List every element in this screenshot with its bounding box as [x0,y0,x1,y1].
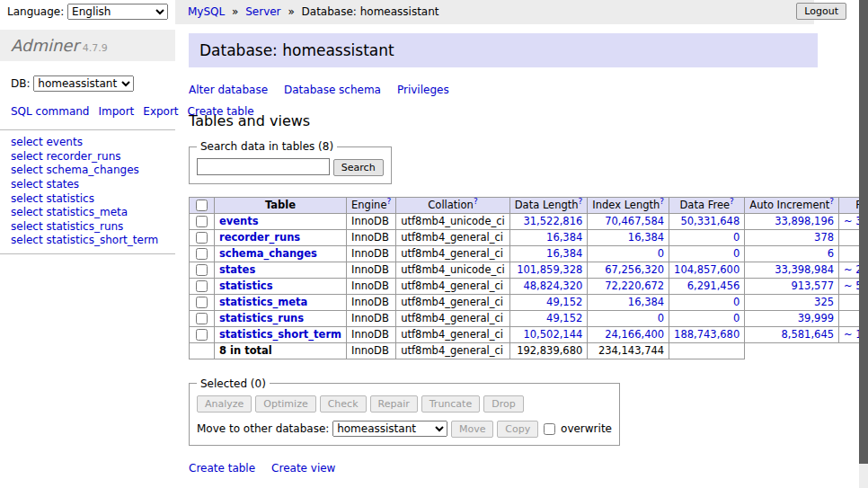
data-free-link[interactable]: 0 [733,247,740,260]
table-name-link[interactable]: recorder_runs [219,231,300,244]
data-length-link[interactable]: 48,824,320 [523,279,582,292]
table-name-link[interactable]: events [219,215,259,227]
data-free-link[interactable]: 50,331,648 [680,215,740,227]
table-name-link[interactable]: statistics_short_term [219,328,341,341]
create-links: Create tableCreate view [189,462,818,475]
language-select[interactable]: English [67,4,168,20]
breadcrumb-server-link[interactable]: Server [245,5,280,18]
data-length-link[interactable]: 10,502,144 [523,328,582,341]
data-free-link[interactable]: 188,743,680 [674,328,740,341]
drop-button[interactable]: Drop [483,395,523,413]
scrollbar-thumb[interactable] [859,0,868,464]
db-action-link[interactable]: Database schema [284,84,381,96]
table-name-link[interactable]: statistics_meta [219,296,307,308]
sidebar-table-link[interactable]: select events [0,136,175,150]
data-free-link[interactable]: 0 [733,231,740,244]
data-free-link[interactable]: 0 [733,296,740,308]
table-name-link[interactable]: statistics_runs [219,312,304,324]
index-length-link[interactable]: 72,220,672 [605,279,664,292]
auto-increment-link[interactable]: 325 [814,296,834,308]
sidebar-table-link[interactable]: select statistics_runs [0,220,175,235]
auto-increment-link[interactable]: 33,398,984 [775,263,834,276]
row-checkbox[interactable] [196,329,208,341]
sidebar-table-link[interactable]: select recorder_runs [0,150,175,164]
row-checkbox[interactable] [196,232,208,244]
data-length-link[interactable]: 31,522,816 [523,215,582,227]
repair-button[interactable]: Repair [370,395,418,413]
sidebar-tables: select eventsselect recorder_runsselect … [0,129,175,254]
data-length-link[interactable]: 49,152 [546,312,582,324]
app-version: 4.7.9 [83,42,108,54]
auto-increment-link[interactable]: 6 [828,247,834,260]
help-link[interactable]: ? [730,197,734,206]
table-name-link[interactable]: statistics [219,279,273,292]
data-free-link[interactable]: 104,857,600 [674,263,740,276]
column-header: Index Length? [588,197,669,213]
row-checkbox[interactable] [196,313,208,324]
help-link[interactable]: ? [829,197,834,206]
create-link[interactable]: Create view [271,462,335,475]
db-action-link[interactable]: Alter database [189,84,268,96]
data-free-link[interactable]: 6,291,456 [687,279,740,292]
overwrite-checkbox[interactable] [544,423,555,435]
sidebar-action-link[interactable]: Import [98,105,134,118]
auto-increment-link[interactable]: 39,999 [798,312,834,324]
db-select[interactable]: homeassistant [33,75,134,92]
data-length-link[interactable]: 16,384 [546,247,582,260]
search-button[interactable]: Search [333,159,384,176]
optimize-button[interactable]: Optimize [255,395,315,413]
sidebar-table-link[interactable]: select states [0,178,175,192]
data-free-link[interactable]: 0 [733,312,740,324]
overwrite-label[interactable]: overwrite [561,422,612,435]
create-link[interactable]: Create table [189,462,255,475]
breadcrumb-mysql-link[interactable]: MySQL [188,5,225,18]
row-checkbox[interactable] [196,297,208,308]
row-checkbox[interactable] [196,280,208,292]
sidebar-action-link[interactable]: Export [143,105,178,118]
index-length-link[interactable]: 70,467,584 [605,215,664,227]
logout-button[interactable]: Logout [796,3,846,20]
index-length-link[interactable]: 0 [658,312,664,324]
row-checkbox[interactable] [196,248,208,260]
move-button[interactable]: Move [451,421,494,438]
db-action-link[interactable]: Privileges [397,84,449,96]
sidebar-table-link[interactable]: select statistics_meta [0,206,175,220]
index-length-link[interactable]: 16,384 [628,296,664,308]
sidebar-table-link[interactable]: select statistics [0,192,175,207]
index-length-link[interactable]: 67,256,320 [605,263,664,276]
select-all-checkbox[interactable] [196,200,208,211]
help-link[interactable]: ? [386,197,391,206]
auto-increment-link[interactable]: 378 [814,231,834,244]
index-length-link[interactable]: 24,166,400 [605,328,664,341]
vertical-scrollbar[interactable] [859,0,868,488]
sidebar-table-link[interactable]: select schema_changes [0,164,175,178]
row-checkbox[interactable] [196,264,208,276]
collation-cell: utf8mb4_general_ci [396,229,510,245]
search-fieldset: Search data in tables (8) Search [189,140,392,184]
help-link[interactable]: ? [660,197,664,206]
check-button[interactable]: Check [320,395,367,413]
data-length-link[interactable]: 49,152 [546,296,582,308]
table-name-link[interactable]: states [219,263,255,276]
data-length-link[interactable]: 16,384 [546,231,582,244]
sidebar-action-link[interactable]: SQL command [11,105,89,118]
help-link[interactable]: ? [579,197,583,206]
row-checkbox[interactable] [196,216,208,227]
engine-cell: InnoDB [347,229,396,245]
copy-button[interactable]: Copy [497,421,538,438]
sidebar-table-link[interactable]: select statistics_short_term [0,234,175,248]
auto-increment-link[interactable]: 8,581,645 [782,328,835,341]
table-name-link[interactable]: schema_changes [219,247,317,260]
move-db-select[interactable]: homeassistant [332,421,447,437]
data-length-link[interactable]: 101,859,328 [517,263,582,276]
engine-cell: InnoDB [347,294,396,310]
analyze-button[interactable]: Analyze [197,395,252,413]
truncate-button[interactable]: Truncate [421,395,480,413]
index-length-link[interactable]: 16,384 [628,231,664,244]
help-link[interactable]: ? [474,197,478,206]
index-length-link[interactable]: 0 [658,247,664,260]
search-input[interactable] [197,158,330,175]
auto-increment-link[interactable]: 33,898,196 [775,215,834,227]
table-row: recorder_runsInnoDButf8mb4_general_ci16,… [190,229,868,245]
auto-increment-link[interactable]: 913,577 [791,279,834,292]
